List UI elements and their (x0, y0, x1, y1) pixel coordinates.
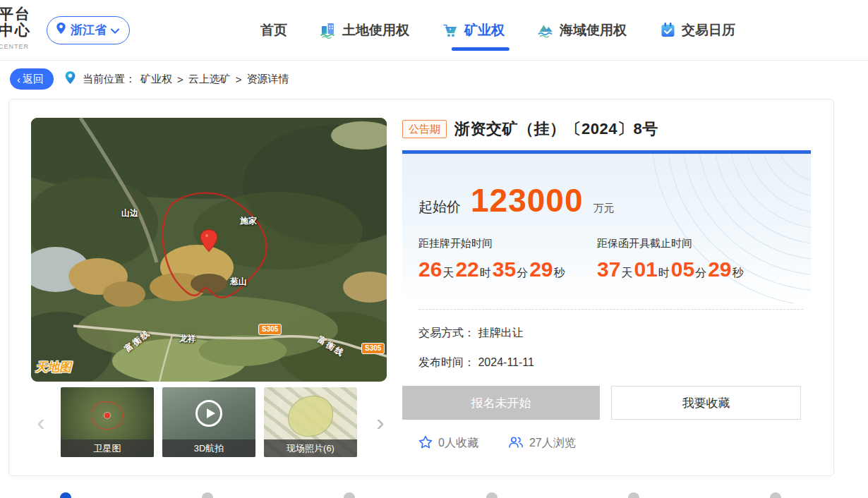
field-label: 交易方式： (418, 327, 475, 339)
price-label: 起始价 (418, 198, 461, 217)
nav-land-label: 土地使用权 (342, 21, 409, 40)
countdown-minutes: 35 (493, 257, 516, 281)
map-place-label: 龙祥 (179, 333, 196, 345)
field-value: 2024-11-11 (478, 356, 534, 368)
step-dot[interactable] (628, 492, 639, 498)
section-stepper (0, 492, 868, 498)
logo-line2: 中心 (0, 22, 35, 38)
status-badge: 公告期 (402, 120, 447, 138)
countdown-days: 26 (418, 257, 442, 281)
nav-mining-rights[interactable]: 矿业权 (442, 0, 505, 60)
starting-price: 起始价 123000 万元 (418, 181, 615, 219)
breadcrumb-separator: > (236, 73, 242, 85)
price-unit: 万元 (593, 202, 615, 215)
thumbnail-site-photos[interactable]: 现场照片(6) (264, 387, 357, 457)
route-badge-s305: S305 (361, 343, 385, 354)
countdown-seconds: 29 (708, 257, 731, 281)
nav-mining-label: 矿业权 (464, 21, 505, 40)
unit-day: 天 (621, 266, 632, 281)
trade-method-field: 交易方式： 挂牌出让 (418, 326, 523, 341)
countdown-label: 距保函开具截止时间 (597, 237, 776, 250)
resource-detail-card: 山边 施家 葱山 龙祥 富衡线 富衡线 S305 S305 天地图 ‹ 卫星图 … (8, 99, 834, 476)
star-icon (418, 435, 433, 451)
thumbnail-caption: 现场照片(6) (264, 439, 357, 457)
map-place-label: 施家 (240, 215, 257, 227)
breadcrumb-item-cloud-mine[interactable]: 云上选矿 (188, 73, 231, 86)
countdown-listing-start: 距挂牌开始时间 26天22时35分29秒 (418, 237, 597, 281)
unit-minute: 分 (517, 266, 528, 281)
nav-active-underline (451, 47, 509, 51)
favorite-button[interactable]: 我要收藏 (611, 386, 801, 420)
land-buildings-icon (320, 21, 337, 39)
nav-trade-calendar[interactable]: 交易日历 (659, 0, 735, 60)
step-dot[interactable] (344, 492, 355, 498)
unit-second: 秒 (554, 266, 565, 281)
region-selector[interactable]: 浙江省 (47, 16, 130, 44)
back-button[interactable]: ‹ 返回 (10, 68, 54, 90)
countdown-hours: 22 (455, 257, 478, 281)
nav-calendar-label: 交易日历 (682, 21, 735, 40)
gallery-next-button[interactable]: › (371, 404, 390, 439)
stats-row: 0人收藏 27人浏览 (418, 435, 576, 451)
nav-sea-use-rights[interactable]: 海域使用权 (537, 0, 627, 60)
logo-subtitle: CENTER (0, 39, 35, 55)
price-value: 123000 (471, 181, 584, 219)
map-place-label: 葱山 (230, 276, 247, 288)
countdown-guarantee-deadline: 距保函开具截止时间 37天01时05分29秒 (597, 237, 776, 281)
site-logo: 平台 中心 CENTER (0, 6, 35, 55)
top-header: 平台 中心 CENTER 浙江省 首页 (0, 0, 868, 61)
thumbnail-satellite[interactable]: 卫星图 (61, 387, 154, 457)
step-dot[interactable] (486, 492, 498, 498)
nav-land-use-rights[interactable]: 土地使用权 (320, 0, 409, 60)
thumbnail-caption: 卫星图 (61, 439, 154, 457)
listing-title-row: 公告期 浙资交矿（挂）〔2024〕8号 (402, 119, 658, 140)
map-place-label: 山边 (121, 207, 138, 219)
breadcrumb-item-mining[interactable]: 矿业权 (140, 73, 172, 86)
countdown-value: 37天01时05分29秒 (597, 257, 776, 281)
map-watermark: 天地图 (35, 359, 71, 375)
favorites-stat: 0人收藏 (418, 435, 478, 451)
chevron-down-icon (111, 23, 119, 37)
sea-mountain-icon (537, 21, 555, 39)
thumb-pin-dot (104, 413, 110, 418)
countdown-label: 距挂牌开始时间 (418, 237, 597, 250)
step-dot[interactable] (202, 492, 213, 498)
countdown-hours: 01 (634, 257, 657, 281)
route-badge-s305: S305 (258, 324, 282, 335)
unit-second: 秒 (733, 266, 744, 281)
step-dot[interactable] (60, 492, 71, 498)
publish-date-field: 发布时间： 2024-11-11 (418, 356, 534, 370)
nav-home[interactable]: 首页 (260, 0, 287, 60)
unit-hour: 时 (480, 266, 491, 281)
field-value: 挂牌出让 (478, 327, 523, 339)
countdown-minutes: 05 (671, 257, 694, 281)
signup-not-started-button[interactable]: 报名未开始 (402, 386, 600, 420)
favorites-count: 0人收藏 (438, 436, 478, 451)
people-icon (508, 436, 524, 451)
mining-cart-icon (442, 21, 459, 39)
thumbnail-3d-video[interactable]: 3D航拍 (162, 387, 255, 457)
breadcrumb-separator: > (177, 73, 183, 85)
countdown-days: 37 (597, 257, 620, 281)
countdown-section: 距挂牌开始时间 26天22时35分29秒 距保函开具截止时间 37天01时05分… (418, 237, 776, 281)
play-icon (195, 400, 222, 427)
back-label: 返回 (23, 73, 44, 86)
nav-home-label: 首页 (260, 21, 287, 40)
unit-hour: 时 (658, 266, 670, 281)
countdown-value: 26天22时35分29秒 (418, 257, 597, 281)
views-stat: 27人浏览 (508, 436, 576, 451)
action-buttons: 报名未开始 我要收藏 (402, 386, 801, 420)
thumb-map-blob (288, 396, 333, 437)
gallery-prev-button[interactable]: ‹ (32, 404, 50, 439)
calendar-check-icon (659, 21, 677, 39)
satellite-map[interactable]: 山边 施家 葱山 龙祥 富衡线 富衡线 S305 S305 天地图 (31, 118, 387, 382)
region-label: 浙江省 (71, 22, 107, 38)
step-dot[interactable] (770, 492, 781, 498)
location-pin-icon (56, 22, 66, 38)
nav-sea-label: 海域使用权 (560, 21, 627, 40)
main-nav: 首页 土地使用权 (260, 0, 735, 60)
logo-line1: 平台 (0, 6, 35, 22)
views-count: 27人浏览 (529, 436, 576, 451)
media-gallery: ‹ 卫星图 3D航拍 现场照片(6) › (26, 387, 393, 458)
breadcrumb-prefix: 当前位置： (83, 73, 135, 86)
